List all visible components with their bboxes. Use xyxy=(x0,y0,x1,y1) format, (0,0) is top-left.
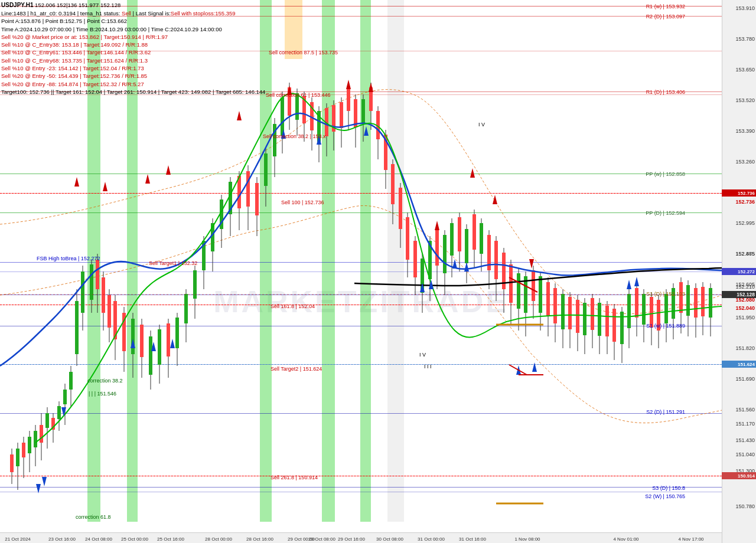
chart-area: MARKETZITRADE xyxy=(0,0,722,532)
svg-rect-132 xyxy=(494,241,498,279)
time-31oct00: 31 Oct 00:00 xyxy=(418,537,445,542)
time-scale: 21 Oct 2024 23 Oct 16:00 24 Oct 08:00 25… xyxy=(0,532,722,543)
price-152080: 152.080 xyxy=(735,297,755,303)
price-153390: 153.390 xyxy=(735,128,755,134)
svg-rect-6 xyxy=(22,443,25,457)
svg-rect-18 xyxy=(57,406,61,419)
price-151820: 151.820 xyxy=(735,345,755,351)
r1d-label: R1 (D) | 153.406 xyxy=(646,89,685,95)
s3d-label: S3 (D) | 150.8 xyxy=(652,485,685,491)
price-152995: 152.995 xyxy=(735,220,755,226)
svg-rect-154 xyxy=(576,300,579,333)
correction-61-label: correction 61.8 xyxy=(76,514,111,520)
time-29oct08: 29 Oct 08:00 xyxy=(308,537,335,542)
price-151690: 151.690 xyxy=(735,376,755,382)
svg-marker-204 xyxy=(42,477,47,486)
price-152210: 152.210 xyxy=(735,284,755,290)
sell-161-label: Sell 161.8 | 152.04 xyxy=(271,303,315,309)
svg-rect-2 xyxy=(10,454,14,472)
svg-rect-158 xyxy=(591,298,594,330)
svg-rect-188 xyxy=(701,287,705,316)
r2d-label: R2 (D) | 153.097 xyxy=(646,14,685,19)
sell-correction-61-label: Sell cdrrection 61 | 153.446 xyxy=(266,92,330,98)
svg-rect-178 xyxy=(664,294,668,323)
svg-rect-0 xyxy=(0,0,722,532)
svg-rect-190 xyxy=(709,288,712,318)
s1w-label: S1 (w) | 151.889 xyxy=(646,323,685,329)
price-151170: 151.170 xyxy=(735,421,755,427)
time-1nov08: 1 Nov 08:00 xyxy=(514,537,540,542)
level-151-546-label: | | | 151.546 xyxy=(89,391,116,397)
svg-rect-136 xyxy=(509,264,513,303)
svg-marker-199 xyxy=(435,221,439,230)
svg-rect-120 xyxy=(450,223,454,256)
svg-rect-156 xyxy=(583,303,586,335)
svg-rect-30 xyxy=(96,260,99,289)
svg-rect-92 xyxy=(347,87,350,111)
price-151560: 151.560 xyxy=(735,407,755,413)
price-153780: 153.780 xyxy=(735,36,755,42)
svg-marker-197 xyxy=(346,80,351,89)
svg-rect-160 xyxy=(598,303,601,336)
price-150780: 150.780 xyxy=(735,503,755,509)
svg-rect-34 xyxy=(107,295,111,328)
svg-rect-12 xyxy=(40,425,43,443)
svg-rect-184 xyxy=(686,285,690,316)
time-30oct08: 30 Oct 08:00 xyxy=(376,537,403,542)
svg-marker-215 xyxy=(464,262,469,272)
svg-marker-191 xyxy=(74,177,79,187)
svg-rect-106 xyxy=(399,188,402,229)
candles-left xyxy=(10,83,712,490)
svg-marker-211 xyxy=(364,126,369,136)
svg-rect-162 xyxy=(605,306,609,336)
chart-container: MARKETZITRADE xyxy=(0,0,756,543)
price-152040: 152.040 xyxy=(735,305,755,311)
wave-iv2-label: I V xyxy=(419,352,426,358)
svg-marker-194 xyxy=(166,165,171,175)
price-151950: 151.950 xyxy=(735,315,755,320)
svg-rect-138 xyxy=(517,273,520,309)
sell-target2-label: Sell Target2 | 151.624 xyxy=(271,366,322,372)
svg-marker-213 xyxy=(429,280,434,289)
time-4nov01: 4 Nov 01:00 xyxy=(613,537,638,542)
svg-rect-20 xyxy=(63,390,67,404)
svg-rect-96 xyxy=(361,99,365,124)
svg-marker-208 xyxy=(170,339,175,348)
price-highlight-152272: 152.272 xyxy=(722,268,756,275)
svg-rect-148 xyxy=(553,288,557,323)
svg-rect-122 xyxy=(458,217,461,251)
price-153260: 153.260 xyxy=(735,159,755,165)
time-28oct16: 28 Oct 16:00 xyxy=(246,537,273,542)
svg-rect-52 xyxy=(184,294,188,323)
time-25oct00: 25 Oct 00:00 xyxy=(121,537,148,542)
sell-100-label: Sell 100 | 152.736 xyxy=(281,199,324,205)
svg-rect-32 xyxy=(102,277,105,313)
svg-marker-219 xyxy=(634,277,639,286)
svg-rect-104 xyxy=(391,164,395,204)
time-31oct16: 31 Oct 16:00 xyxy=(459,537,486,542)
time-4nov17: 4 Nov 17:00 xyxy=(678,537,703,542)
svg-rect-110 xyxy=(413,241,417,277)
svg-marker-192 xyxy=(103,182,107,191)
svg-marker-193 xyxy=(145,174,150,184)
fsb-label: FSB High toBrea | 152.272 xyxy=(37,256,100,261)
svg-rect-48 xyxy=(167,323,170,356)
svg-marker-218 xyxy=(627,280,631,289)
r1w-label: R1 (w) | 153.932 xyxy=(646,4,685,9)
svg-rect-50 xyxy=(175,318,179,348)
svg-marker-205 xyxy=(61,407,66,417)
svg-marker-200 xyxy=(470,168,475,178)
svg-rect-116 xyxy=(435,229,439,266)
sell-correction-38-label: Sell correction 38.2 | 153.x xyxy=(263,133,325,139)
svg-rect-172 xyxy=(642,294,646,325)
svg-rect-182 xyxy=(679,282,683,313)
main-chart-svg xyxy=(0,0,722,532)
sell-correction-87-label: Sell correction 87.5 | 153.735 xyxy=(269,50,338,55)
svg-rect-126 xyxy=(472,214,476,250)
price-152475: 152.475 xyxy=(735,251,755,257)
price-153910: 153.910 xyxy=(735,5,755,11)
price-highlight-151624: 151.624 xyxy=(722,361,756,368)
wave-iv-label: I V xyxy=(478,122,485,127)
time-29oct16: 29 Oct 16:00 xyxy=(338,537,365,542)
svg-rect-142 xyxy=(532,270,535,301)
